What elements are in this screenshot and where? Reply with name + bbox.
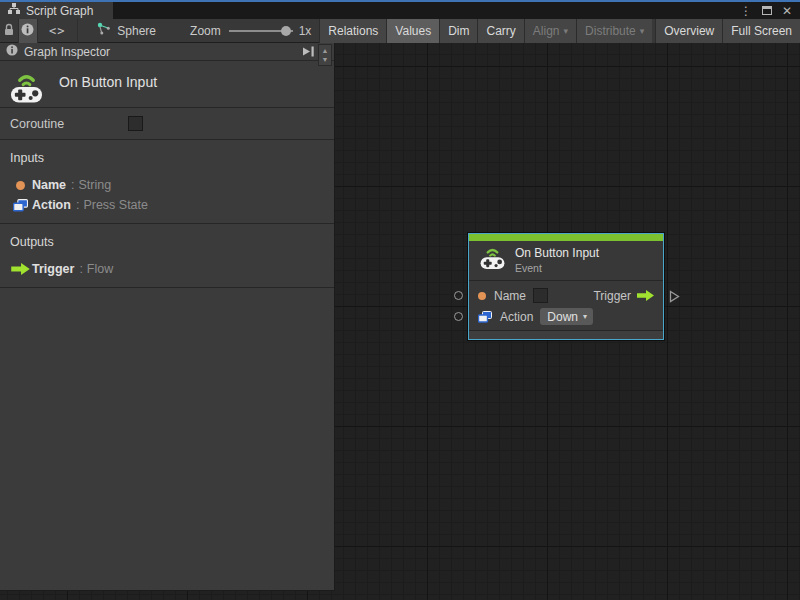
port-type: Press State xyxy=(83,198,148,212)
overview-label: Overview xyxy=(664,24,714,38)
lock-icon xyxy=(3,23,15,39)
action-port-label: Action xyxy=(500,310,533,324)
code-icon: <> xyxy=(49,24,65,38)
node-body: Name Trigger Action xyxy=(469,281,663,330)
node-footer xyxy=(469,330,663,339)
toolbar-button-group: Relations Values Dim Carry Align ▾ Distr… xyxy=(319,19,800,43)
gamepad-icon xyxy=(10,71,43,108)
carry-label: Carry xyxy=(486,24,515,38)
value-port-icon xyxy=(8,181,32,190)
dock-panel-button[interactable] xyxy=(298,44,318,60)
trigger-port-connector[interactable] xyxy=(669,289,680,307)
inspector-scrubber[interactable]: ▲ ▼ xyxy=(318,44,332,66)
port-name: Trigger xyxy=(32,262,74,276)
port-type: String xyxy=(79,178,112,192)
node-title: On Button Input xyxy=(515,246,599,260)
info-icon xyxy=(6,44,18,59)
action-port-connector[interactable] xyxy=(454,312,463,321)
object-port-icon xyxy=(8,199,32,212)
port-name: Action xyxy=(32,198,71,212)
port-row-action: Action : Press State xyxy=(0,195,334,215)
flow-port-icon[interactable] xyxy=(637,290,654,301)
graph-toolbar: <> Sphere Zoom 1x Relations Values Dim xyxy=(0,19,800,43)
node-on-button-input[interactable]: On Button Input Event Name Trigger xyxy=(468,233,664,340)
inspector-header[interactable]: Graph Inspector ▲ ▼ xyxy=(0,43,334,61)
coroutine-row: Coroutine xyxy=(0,108,334,140)
action-dropdown[interactable]: Down ▾ xyxy=(540,308,593,325)
full-screen-label: Full Screen xyxy=(731,24,792,38)
align-dropdown-button[interactable]: Align ▾ xyxy=(524,19,576,43)
window-focus-highlight xyxy=(0,0,800,2)
graph-inspector-panel: Graph Inspector ▲ ▼ On Button Input xyxy=(0,43,335,591)
distribute-label: Distribute xyxy=(585,24,636,38)
tab-bar: Script Graph ⋮ ✕ xyxy=(0,0,800,19)
arrow-down-icon[interactable]: ▼ xyxy=(322,56,329,63)
name-port-connector[interactable] xyxy=(454,291,463,300)
carry-button[interactable]: Carry xyxy=(477,19,523,43)
outputs-title: Outputs xyxy=(10,235,324,249)
object-port-icon[interactable] xyxy=(478,311,492,323)
node-titles: On Button Input Event xyxy=(515,246,599,274)
inspector-title: Graph Inspector xyxy=(24,45,298,59)
relations-label: Relations xyxy=(328,24,378,38)
unit-header: On Button Input xyxy=(0,61,334,108)
port-name: Name xyxy=(32,178,66,192)
node-row-name: Name Trigger xyxy=(469,285,663,306)
graph-hierarchy-icon xyxy=(8,3,20,18)
overview-button[interactable]: Overview xyxy=(655,19,722,43)
node-header[interactable]: On Button Input Event xyxy=(469,241,663,281)
value-port-icon[interactable] xyxy=(478,292,486,300)
view-source-button[interactable]: <> xyxy=(38,19,78,43)
distribute-dropdown-button[interactable]: Distribute ▾ xyxy=(576,19,652,43)
zoom-slider[interactable] xyxy=(229,25,293,37)
port-row-name: Name : String xyxy=(0,175,334,195)
unit-title: On Button Input xyxy=(59,74,157,90)
flow-port-icon xyxy=(8,263,32,275)
action-dropdown-value: Down xyxy=(547,310,578,324)
tab-label: Script Graph xyxy=(26,4,93,18)
info-icon xyxy=(21,23,34,39)
port-type: Flow xyxy=(87,262,113,276)
values-label: Values xyxy=(395,24,431,38)
coroutine-checkbox[interactable] xyxy=(128,116,143,131)
coroutine-label: Coroutine xyxy=(10,117,128,131)
port-colon: : xyxy=(79,262,82,276)
close-icon[interactable]: ✕ xyxy=(782,5,792,17)
node-event-colorbar xyxy=(469,234,663,241)
name-inline-input[interactable] xyxy=(533,288,548,303)
zoom-label: Zoom xyxy=(190,24,221,38)
inputs-section: Inputs Name : String Action : Press Stat… xyxy=(0,140,334,224)
lock-button[interactable] xyxy=(0,19,19,43)
chevron-down-icon: ▾ xyxy=(640,26,645,36)
trigger-port-label: Trigger xyxy=(593,289,631,303)
port-row-trigger: Trigger : Flow xyxy=(0,259,334,279)
window-controls: ⋮ ✕ xyxy=(740,0,800,19)
outputs-section: Outputs Trigger : Flow xyxy=(0,224,334,288)
zoom-slider-thumb[interactable] xyxy=(281,26,291,36)
window-menu-icon[interactable]: ⋮ xyxy=(740,5,752,17)
relations-button[interactable]: Relations xyxy=(319,19,386,43)
arrow-up-icon[interactable]: ▲ xyxy=(322,47,329,54)
align-label: Align xyxy=(533,24,560,38)
chevron-down-icon: ▾ xyxy=(564,26,569,36)
zoom-value: 1x xyxy=(299,24,312,38)
values-button[interactable]: Values xyxy=(386,19,439,43)
chevron-down-icon: ▾ xyxy=(583,312,587,321)
maximize-icon[interactable] xyxy=(762,6,772,15)
dim-label: Dim xyxy=(448,24,469,38)
tab-script-graph[interactable]: Script Graph xyxy=(0,2,113,19)
script-graph-asset-icon xyxy=(97,22,111,39)
name-port-label: Name xyxy=(494,289,526,303)
port-colon: : xyxy=(76,198,79,212)
graph-target-breadcrumb[interactable]: Sphere xyxy=(97,22,156,39)
graph-target-label: Sphere xyxy=(117,24,156,38)
node-row-action: Action Down ▾ xyxy=(469,306,663,327)
inputs-title: Inputs xyxy=(10,151,324,165)
dim-button[interactable]: Dim xyxy=(439,19,477,43)
port-colon: : xyxy=(71,178,74,192)
gamepad-icon xyxy=(479,246,506,274)
inspector-toggle-button[interactable] xyxy=(19,19,38,43)
node-subtitle: Event xyxy=(515,262,599,274)
full-screen-button[interactable]: Full Screen xyxy=(722,19,800,43)
